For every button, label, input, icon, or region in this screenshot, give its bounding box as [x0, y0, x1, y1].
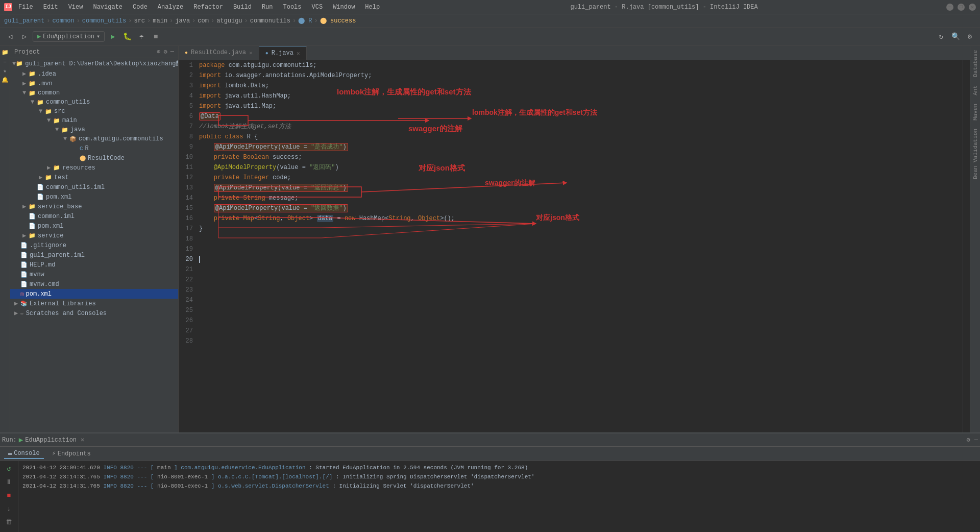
tree-item-R[interactable]: ▶ C R: [10, 143, 178, 153]
menu-run[interactable]: Run: [260, 3, 275, 12]
settings-button[interactable]: ⚙: [964, 31, 976, 43]
minimize-button[interactable]: —: [946, 4, 953, 11]
back-nav-button[interactable]: ◁: [4, 31, 16, 43]
menu-file[interactable]: File: [16, 3, 35, 12]
tab-ResultCode[interactable]: ● ResultCode.java ✕: [179, 46, 259, 60]
sidebar-item-service[interactable]: ▶ 📁 service: [10, 231, 178, 240]
menu-help[interactable]: Help: [363, 3, 382, 12]
run-clear[interactable]: 🗑: [4, 516, 15, 527]
breadcrumb: guli_parent › common › common_utils › sr…: [0, 14, 980, 28]
rerun-button[interactable]: ↺: [4, 463, 15, 474]
sidebar-gear-icon[interactable]: ⚙: [164, 48, 167, 56]
run-stop-button[interactable]: ■: [4, 490, 15, 501]
bookmark-icon[interactable]: ★: [1, 66, 9, 75]
run-button[interactable]: ▶: [107, 31, 119, 43]
menu-window[interactable]: Window: [331, 3, 357, 12]
sidebar-minimize-icon[interactable]: —: [170, 48, 174, 56]
tree-item-pom-root[interactable]: ▶ m pom.xml: [10, 289, 178, 299]
line-number-9: 9: [183, 142, 199, 152]
vtab-ant[interactable]: Ant: [971, 81, 979, 100]
run-pause-button[interactable]: ⏸: [4, 476, 15, 488]
tab-r-close[interactable]: ✕: [297, 50, 300, 57]
menu-analyze[interactable]: Analyze: [156, 3, 185, 12]
menu-code[interactable]: Code: [131, 3, 150, 12]
run-tab-console[interactable]: ▬ Console: [4, 449, 44, 459]
tree-item-mvn[interactable]: ▶ 📁 .mvn: [10, 79, 178, 88]
search-everywhere-button[interactable]: 🔍: [949, 31, 962, 43]
tab-r-label: R.java: [272, 50, 293, 57]
tab-resultcode-close[interactable]: ✕: [249, 50, 253, 56]
tree-item-idea[interactable]: ▶ 📁 .idea: [10, 69, 178, 79]
tree-item-pom-common[interactable]: ▶ 📄 pom.xml: [10, 221, 178, 231]
menu-navigate[interactable]: Navigate: [91, 3, 125, 12]
code-line-12: 12 private Integer code;: [179, 173, 963, 183]
vtab-bean-validation[interactable]: Bean Validation: [971, 125, 979, 183]
tree-label-pom-common-utils: pom.xml: [46, 194, 71, 201]
tree-item-resources[interactable]: ▶ 📁 resources: [10, 163, 178, 173]
vtab-maven[interactable]: Maven: [971, 100, 979, 125]
debug-button[interactable]: 🐛: [121, 31, 133, 43]
forward-nav-button[interactable]: ▷: [18, 31, 31, 43]
tree-item-common-utils[interactable]: ▼ 📁 common_utils: [10, 98, 178, 107]
tree-label-service-base: service_base: [38, 203, 82, 210]
sidebar-icons[interactable]: ⊕ ⚙ —: [157, 48, 174, 56]
run-minimize-icon[interactable]: —: [974, 437, 978, 444]
tree-item-ResultCode[interactable]: ▶ ⬤ ResultCode: [10, 153, 178, 163]
menu-tools[interactable]: Tools: [281, 3, 304, 12]
tree-item-package[interactable]: ▼ 📦 com.atguigu.commonutils: [10, 134, 178, 143]
coverage-button[interactable]: ☂: [135, 31, 148, 43]
tree-item-gitignore[interactable]: ▶ 📄 .gitignore: [10, 240, 178, 250]
tree-item-external-libs[interactable]: ▶ 📚 External Libraries: [10, 299, 178, 308]
tree-item-mvnw[interactable]: ▶ 📄 mvnw: [10, 270, 178, 279]
window-controls[interactable]: — □ ✕: [946, 4, 976, 11]
tree-item-common[interactable]: ▼ 📁 common: [10, 88, 178, 98]
run-settings-icon[interactable]: ⚙: [967, 436, 970, 444]
tree-item-scratches[interactable]: ▶ ✏ Scratches and Consoles: [10, 308, 178, 318]
close-button[interactable]: ✕: [969, 4, 976, 11]
tree-item-guli-parent[interactable]: ▼ 📁 guli_parent D:\UserData\Desktop\xiao…: [10, 58, 178, 69]
editor-area: ● ResultCode.java ✕ ● R.java ✕ 1 package…: [179, 46, 970, 432]
breadcrumb-common_utils[interactable]: common_utils: [82, 17, 126, 25]
sidebar-external-icon[interactable]: ⊕: [157, 48, 160, 56]
log-line-2: 2021-04-12 23:14:31.765 INFO 8820 --- [ …: [22, 472, 976, 481]
code-line-13: 13 @ApiModelProperty(value = "返回消息"): [179, 183, 963, 193]
tree-item-mvnw-cmd[interactable]: ▶ 📄 mvnw.cmd: [10, 279, 178, 289]
menu-view[interactable]: View: [66, 3, 85, 12]
tree-item-guli-parent-iml[interactable]: ▶ 📄 guli_parent.iml: [10, 250, 178, 260]
run-scroll-end[interactable]: ↓: [4, 503, 15, 514]
mvnw-icon: 📄: [20, 271, 28, 278]
sync-button[interactable]: ↻: [935, 31, 947, 43]
breadcrumb-R[interactable]: ⬤ R: [298, 17, 312, 25]
menu-vcs[interactable]: VCS: [310, 3, 325, 12]
tree-item-src[interactable]: ▼ 📁 src: [10, 107, 178, 116]
code-line-24: 24: [179, 295, 963, 305]
run-close-button[interactable]: ✕: [81, 436, 84, 444]
tree-item-service-base[interactable]: ▶ 📁 service_base: [10, 202, 178, 211]
maximize-button[interactable]: □: [958, 4, 965, 11]
run-tab-endpoints[interactable]: ⚡ Endpoints: [48, 449, 95, 458]
tab-R[interactable]: ● R.java ✕: [259, 46, 307, 60]
breadcrumb-success[interactable]: ⬤ success: [320, 17, 356, 25]
structure-icon[interactable]: ≡: [1, 57, 9, 65]
tree-item-pom-common-utils[interactable]: ▶ 📄 pom.xml: [10, 192, 178, 202]
notification-icon[interactable]: 🔔: [1, 76, 9, 84]
breadcrumb-guli[interactable]: guli_parent: [4, 17, 44, 25]
tree-item-test[interactable]: ▶ 📁 test: [10, 173, 178, 182]
vtab-database[interactable]: Database: [971, 46, 979, 81]
tree-item-help[interactable]: ▶ 📄 HELP.md: [10, 260, 178, 270]
tree-item-common-utils-iml[interactable]: ▶ 📄 common_utils.iml: [10, 182, 178, 192]
menu-build[interactable]: Build: [231, 3, 254, 12]
tree-item-main[interactable]: ▼ 📁 main: [10, 116, 178, 125]
project-icon[interactable]: 📁: [1, 48, 9, 56]
sidebar-title: Project: [14, 49, 40, 56]
app-dropdown[interactable]: ▶ EduApplication ▾: [33, 31, 105, 42]
tree-item-common-iml[interactable]: ▶ 📄 common.iml: [10, 211, 178, 221]
breadcrumb-common[interactable]: common: [52, 17, 74, 25]
code-line-26: 26: [179, 316, 963, 326]
code-editor[interactable]: 1 package com.atguigu.commonutils; 2 imp…: [179, 60, 963, 432]
menu-edit[interactable]: Edit: [41, 3, 60, 12]
tree-item-java[interactable]: ▼ 📁 java: [10, 125, 178, 134]
menu-bar[interactable]: File Edit View Navigate Code Analyze Ref…: [16, 3, 382, 12]
stop-button[interactable]: ■: [150, 31, 162, 43]
menu-refactor[interactable]: Refactor: [191, 3, 225, 12]
